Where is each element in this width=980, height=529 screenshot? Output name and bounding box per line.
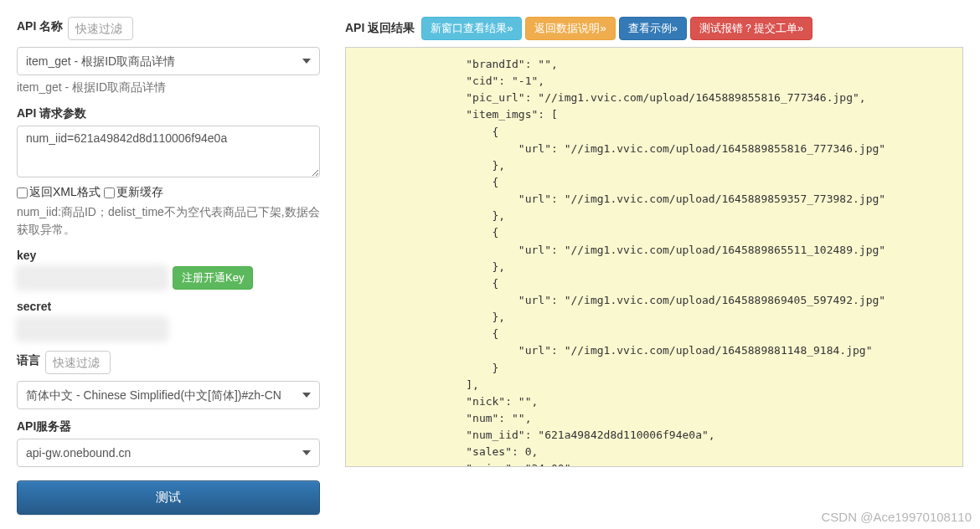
- server-label: API服务器: [17, 419, 71, 434]
- view-example-button[interactable]: 查看示例»: [619, 17, 687, 40]
- result-title: API 返回结果: [345, 21, 415, 36]
- left-panel: API 名称 item_get - 根据ID取商品详情 item_get - 根…: [17, 17, 320, 525]
- data-desc-button[interactable]: 返回数据说明»: [525, 17, 615, 40]
- secret-input[interactable]: [17, 317, 168, 341]
- api-filter-input[interactable]: [68, 17, 133, 40]
- api-name-label: API 名称: [17, 19, 63, 34]
- right-panel: API 返回结果 新窗口查看结果» 返回数据说明» 查看示例» 测试报错？提交工…: [345, 17, 963, 525]
- api-name-help: item_get - 根据ID取商品详情: [17, 79, 320, 96]
- key-input[interactable]: [17, 266, 168, 290]
- report-error-button[interactable]: 测试报错？提交工单»: [690, 17, 812, 40]
- params-help: num_iid:商品ID；delist_time不为空代表商品已下架,数据会获取…: [17, 203, 320, 239]
- lang-filter-input[interactable]: [45, 351, 111, 374]
- key-label: key: [17, 249, 36, 262]
- lang-select[interactable]: 简体中文 - Chinese Simplified(中文[简体])#zh-CN: [17, 381, 320, 409]
- params-textarea[interactable]: [17, 126, 320, 177]
- result-json-box[interactable]: "brandId": "", "cid": "-1", "pic_url": "…: [345, 47, 963, 467]
- api-name-select[interactable]: item_get - 根据ID取商品详情: [17, 47, 320, 75]
- lang-label: 语言: [17, 353, 40, 368]
- server-select[interactable]: api-gw.onebound.cn: [17, 439, 320, 467]
- cache-checkbox[interactable]: [104, 187, 115, 198]
- test-button[interactable]: 测试: [17, 480, 320, 515]
- register-key-button[interactable]: 注册开通Key: [173, 266, 253, 290]
- xml-checkbox[interactable]: [17, 187, 28, 198]
- xml-checkbox-label[interactable]: 返回XML格式: [17, 185, 101, 200]
- new-window-button[interactable]: 新窗口查看结果»: [421, 17, 522, 40]
- secret-label: secret: [17, 300, 51, 313]
- cache-checkbox-label[interactable]: 更新缓存: [104, 185, 163, 200]
- params-label: API 请求参数: [17, 106, 86, 121]
